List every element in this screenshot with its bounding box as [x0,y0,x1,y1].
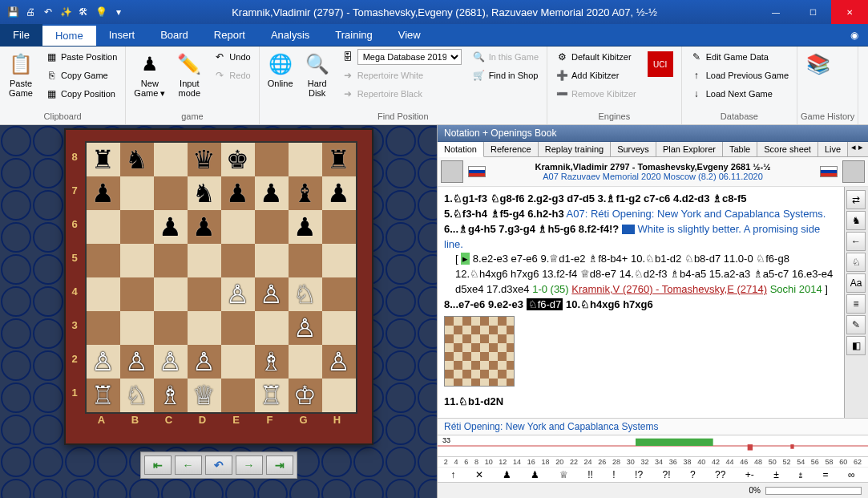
square-d5[interactable] [188,244,221,277]
notation-body[interactable]: 1.♘g1-f3 ♘g8-f6 2.g2-g3 d7-d5 3.♗f1-g2 c… [438,187,844,418]
nav-takeback-button[interactable]: ↶ [205,455,232,475]
maximize-button[interactable]: ☐ [794,0,831,24]
square-a5[interactable] [87,244,120,277]
close-button[interactable]: ✕ [831,0,868,24]
help-icon[interactable]: ◉ [841,24,868,46]
repertoire-white-button[interactable]: ➜Repertoire White [337,67,466,84]
side-tool-5[interactable]: ≡ [846,294,866,314]
annotation-symbol[interactable]: +- [745,469,754,480]
square-f4[interactable]: ♙ [255,277,289,311]
menu-training[interactable]: Training [322,24,385,46]
side-tool-0[interactable]: ⇄ [846,190,866,209]
menu-analysis[interactable]: Analysis [258,24,322,46]
side-tool-3[interactable]: ♘ [846,253,866,272]
qat-tools-icon[interactable]: 🛠 [77,6,90,18]
reference-game-link[interactable]: Kramnik,V (2760) - Tomashevsky,E (2714) [571,283,767,295]
qat-save-icon[interactable]: 💾 [6,6,19,18]
tab-plan-explorer[interactable]: Plan Explorer [656,142,723,156]
menu-report[interactable]: Report [201,24,258,46]
square-f5[interactable] [255,244,289,277]
repertoire-black-button[interactable]: ➜Repertoire Black [337,85,466,103]
square-d6[interactable]: ♟ [188,210,221,244]
annotation-symbol[interactable]: ∞ [848,469,855,480]
tab-table[interactable]: Table [723,142,757,156]
square-b3[interactable] [120,311,154,345]
side-tool-1[interactable]: ♞ [846,211,866,230]
square-e8[interactable]: ♚ [221,143,255,176]
in-this-game-button[interactable]: 🔍In this Game [468,48,543,66]
square-a6[interactable] [87,210,120,244]
menu-view[interactable]: View [386,24,434,46]
square-h2[interactable]: ♙ [322,345,356,379]
moves-line2[interactable]: 5.♘f3-h4 ♗f5-g4 6.h2-h3 [444,208,564,220]
square-h1[interactable] [322,379,356,412]
annotation-symbol[interactable]: ↑ [450,469,455,480]
square-a7[interactable]: ♟ [87,176,120,210]
square-d4[interactable] [188,277,221,311]
square-h5[interactable] [322,244,356,277]
tab-surveys[interactable]: Surveys [611,142,656,156]
paste-position-button[interactable]: ▦Paste Position [40,48,122,66]
menu-insert[interactable]: Insert [96,24,148,46]
qat-undo-icon[interactable]: ↶ [42,6,55,18]
square-g5[interactable] [289,244,322,277]
square-e6[interactable] [221,210,255,244]
database-select[interactable]: Mega Database 2019 [357,49,462,65]
nav-prev-button[interactable]: ← [175,455,202,475]
square-g2[interactable] [289,345,322,379]
square-c3[interactable] [154,311,188,345]
square-e3[interactable] [221,311,255,345]
mini-board[interactable] [444,316,515,387]
square-h3[interactable] [322,311,356,345]
square-d3[interactable] [188,311,221,345]
annotation-symbol[interactable]: ?? [715,469,725,480]
nav-next-button[interactable]: → [236,455,263,475]
square-f1[interactable]: ♖ [255,379,289,412]
square-d8[interactable]: ♛ [188,143,221,176]
annotation-symbol[interactable]: ?! [662,469,670,480]
square-c4[interactable] [154,277,188,311]
moves-line4[interactable]: 8...e7-e6 9.e2-e3 [444,298,523,310]
eval-chart[interactable]: 33 [438,435,868,457]
square-d2[interactable]: ♙ [188,345,221,379]
square-a2[interactable]: ♙ [87,345,120,379]
tab-score-sheet[interactable]: Score sheet [757,142,818,156]
redo-button[interactable]: ↷Redo [208,67,255,84]
square-g4[interactable]: ♘ [289,277,322,311]
square-d1[interactable]: ♕ [188,379,221,412]
square-a3[interactable] [87,311,120,345]
annotation-symbol[interactable]: = [823,469,829,480]
annotation-symbol[interactable]: ♕ [559,469,568,480]
square-b2[interactable]: ♙ [120,345,154,379]
current-move[interactable]: ♘f6-d7 [527,298,563,310]
moves-line3[interactable]: 6...♗g4-h5 7.g3-g4 ♗h5-g6 8.f2-f4!? [444,223,619,235]
square-a1[interactable]: ♖ [87,379,120,412]
square-f6[interactable] [255,210,289,244]
input-mode-button[interactable]: ✏️ Input mode [172,48,207,101]
annotation-symbol[interactable]: ♟ [503,469,511,480]
minimize-button[interactable]: — [757,0,794,24]
square-g6[interactable]: ♟ [289,210,322,244]
tab-replay-training[interactable]: Replay training [539,142,611,156]
annotation-symbol[interactable]: ± [773,469,779,480]
annotation-symbol[interactable]: !? [635,469,643,480]
square-c1[interactable]: ♗ [154,379,188,412]
tab-reference[interactable]: Reference [484,142,539,156]
uci-button[interactable]: UCI [643,48,678,80]
nav-first-button[interactable]: ⇤ [144,455,172,475]
square-c8[interactable] [154,143,188,176]
tab-live[interactable]: Live [818,142,848,156]
side-tool-7[interactable]: ◧ [846,336,866,355]
side-tool-2[interactable]: ← [846,232,866,251]
moves-line5[interactable]: 10.♘h4xg6 h7xg6 [566,298,653,310]
square-b7[interactable] [120,176,154,210]
square-h6[interactable] [322,210,356,244]
nav-last-button[interactable]: ⇥ [266,455,293,475]
side-tool-4[interactable]: Aa [846,273,866,293]
paste-game-button[interactable]: 📋 Paste Game [3,48,38,101]
square-d7[interactable]: ♞ [188,176,221,210]
square-f2[interactable]: ♗ [255,345,289,379]
menu-board[interactable]: Board [147,24,201,46]
qat-dropdown-icon[interactable]: ▾ [112,6,125,18]
annotation-symbol[interactable]: ! [612,469,615,480]
